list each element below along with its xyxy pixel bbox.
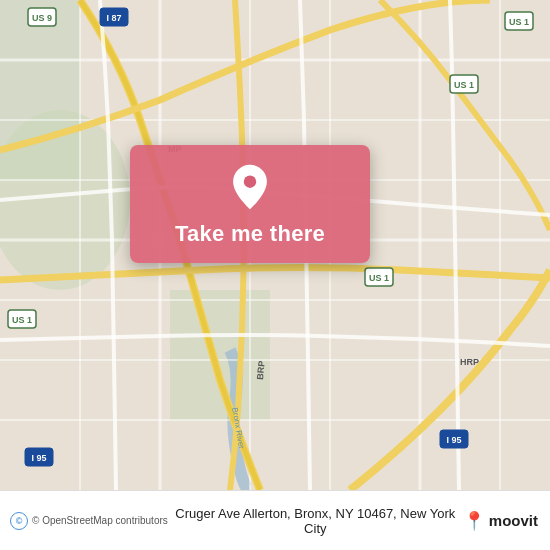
- svg-rect-2: [170, 290, 270, 420]
- cta-label: Take me there: [175, 221, 325, 247]
- svg-text:I 87: I 87: [106, 13, 121, 23]
- map-pin-icon: [226, 163, 274, 211]
- svg-point-36: [244, 175, 256, 187]
- svg-text:I 95: I 95: [31, 453, 46, 463]
- svg-text:US 1: US 1: [509, 17, 529, 27]
- svg-text:HRP: HRP: [460, 357, 479, 367]
- svg-text:US 1: US 1: [12, 315, 32, 325]
- attribution-text: © OpenStreetMap contributors: [32, 515, 168, 526]
- moovit-label: moovit: [489, 512, 538, 529]
- map-container: US 9 I 87 US 1 US 1 I 95 I 95 BRP MP HRP…: [0, 0, 550, 490]
- svg-text:US 1: US 1: [369, 273, 389, 283]
- svg-text:US 1: US 1: [454, 80, 474, 90]
- svg-text:I 95: I 95: [446, 435, 461, 445]
- cta-overlay[interactable]: Take me there: [130, 145, 370, 263]
- moovit-pin-icon: 📍: [463, 510, 485, 532]
- address-text: Cruger Ave Allerton, Bronx, NY 10467, Ne…: [168, 506, 463, 536]
- svg-text:US 9: US 9: [32, 13, 52, 23]
- bottom-bar: © © OpenStreetMap contributors Cruger Av…: [0, 490, 550, 550]
- attribution-section: © © OpenStreetMap contributors: [10, 512, 168, 530]
- moovit-logo: 📍 moovit: [463, 510, 538, 532]
- svg-text:BRP: BRP: [255, 360, 267, 380]
- osm-logo: ©: [10, 512, 28, 530]
